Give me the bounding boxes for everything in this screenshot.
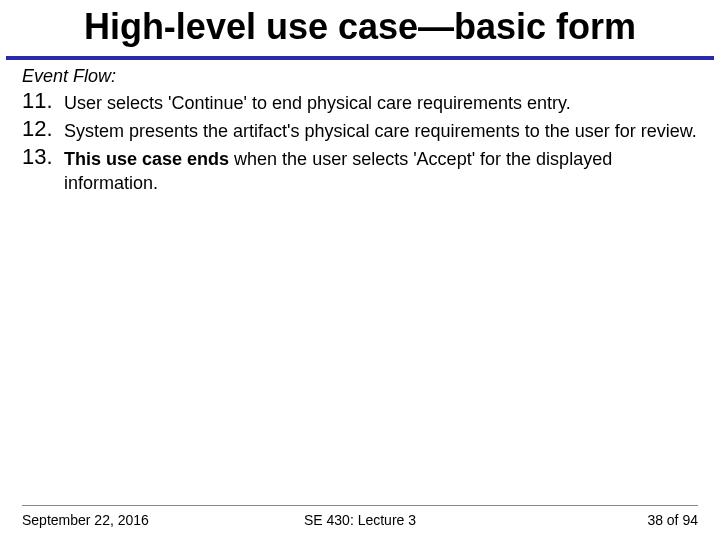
list-item: 13. This use case ends when the user sel… bbox=[22, 145, 698, 195]
section-label: Event Flow: bbox=[22, 66, 698, 87]
slide: High-level use case—basic form Event Flo… bbox=[0, 0, 720, 540]
footer-rule bbox=[22, 505, 698, 506]
footer-course: SE 430: Lecture 3 bbox=[247, 512, 472, 528]
list-item: 12. System presents the artifact's physi… bbox=[22, 117, 698, 143]
title-underline bbox=[6, 56, 714, 60]
item-text: User selects 'Continue' to end physical … bbox=[64, 89, 571, 115]
slide-body: Event Flow: 11. User selects 'Continue' … bbox=[0, 66, 720, 195]
item-text: This use case ends when the user selects… bbox=[64, 145, 698, 195]
item-number: 11. bbox=[22, 89, 64, 113]
footer-date: September 22, 2016 bbox=[22, 512, 247, 528]
list-item: 11. User selects 'Continue' to end physi… bbox=[22, 89, 698, 115]
slide-title: High-level use case—basic form bbox=[0, 0, 720, 56]
footer: September 22, 2016 SE 430: Lecture 3 38 … bbox=[0, 512, 720, 528]
item-number: 13. bbox=[22, 145, 64, 169]
item-text: System presents the artifact's physical … bbox=[64, 117, 697, 143]
event-flow-list: 11. User selects 'Continue' to end physi… bbox=[22, 89, 698, 195]
footer-row: September 22, 2016 SE 430: Lecture 3 38 … bbox=[22, 512, 698, 528]
item-bold-prefix: This use case ends bbox=[64, 149, 229, 169]
item-number: 12. bbox=[22, 117, 64, 141]
footer-page: 38 of 94 bbox=[473, 512, 698, 528]
